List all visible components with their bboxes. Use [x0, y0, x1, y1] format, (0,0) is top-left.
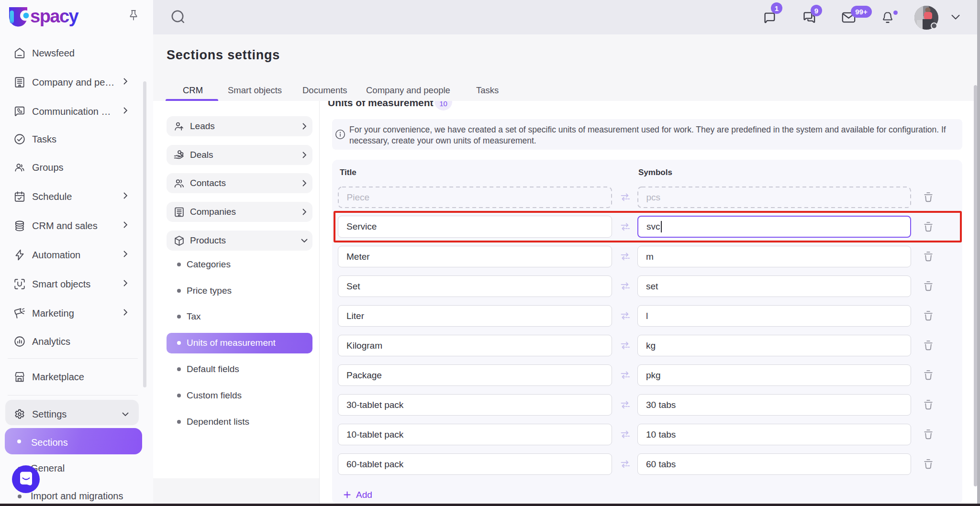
- svg-text:spacy: spacy: [30, 6, 79, 26]
